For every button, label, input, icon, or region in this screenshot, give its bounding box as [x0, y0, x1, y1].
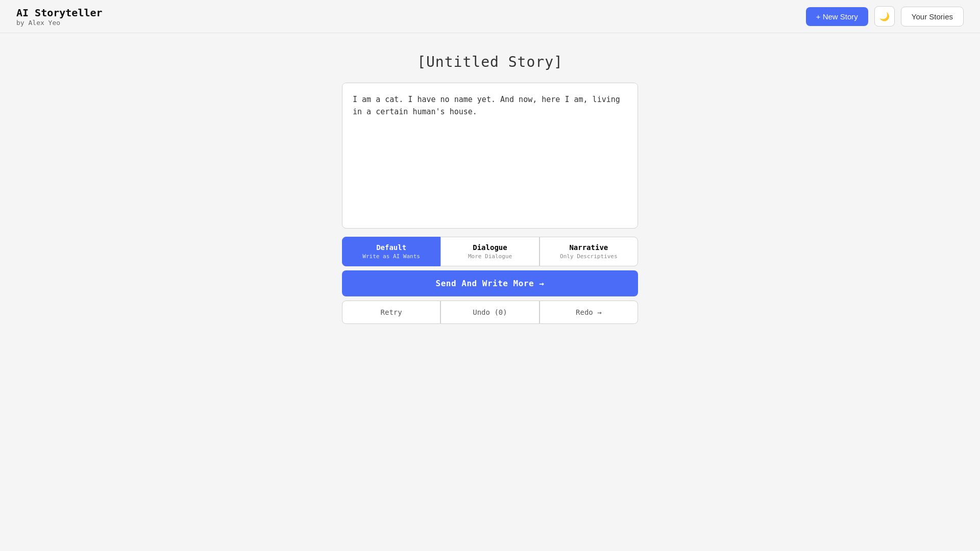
moon-icon: 🌙 — [879, 12, 890, 21]
mode-default-button[interactable]: Default Write as AI Wants — [342, 237, 440, 266]
your-stories-button[interactable]: Your Stories — [901, 7, 964, 27]
app-title: AI Storyteller — [16, 7, 103, 19]
send-button[interactable]: Send And Write More → — [342, 270, 638, 296]
app-subtitle: by Alex Yeo — [16, 19, 103, 27]
story-editor-container — [342, 83, 638, 229]
mode-narrative-sublabel: Only Descriptives — [560, 253, 618, 260]
header: AI Storyteller by Alex Yeo + New Story 🌙… — [0, 0, 980, 33]
mode-default-sublabel: Write as AI Wants — [362, 253, 420, 260]
undo-button[interactable]: Undo (0) — [440, 300, 539, 324]
mode-dialogue-label: Dialogue — [473, 243, 507, 252]
mode-buttons: Default Write as AI Wants Dialogue More … — [342, 237, 638, 266]
new-story-button[interactable]: + New Story — [806, 7, 868, 26]
mode-default-label: Default — [376, 243, 406, 252]
app-branding: AI Storyteller by Alex Yeo — [16, 7, 103, 27]
header-actions: + New Story 🌙 Your Stories — [806, 6, 964, 27]
mode-narrative-label: Narrative — [569, 243, 608, 252]
redo-button[interactable]: Redo → — [540, 300, 638, 324]
dark-mode-button[interactable]: 🌙 — [874, 6, 895, 27]
mode-dialogue-sublabel: More Dialogue — [468, 253, 512, 260]
mode-dialogue-button[interactable]: Dialogue More Dialogue — [440, 237, 539, 266]
story-textarea[interactable] — [342, 83, 638, 226]
mode-narrative-button[interactable]: Narrative Only Descriptives — [540, 237, 638, 266]
retry-button[interactable]: Retry — [342, 300, 440, 324]
main-content: [Untitled Story] Default Write as AI Wan… — [0, 33, 980, 344]
action-buttons: Retry Undo (0) Redo → — [342, 300, 638, 324]
story-title: [Untitled Story] — [417, 54, 563, 70]
